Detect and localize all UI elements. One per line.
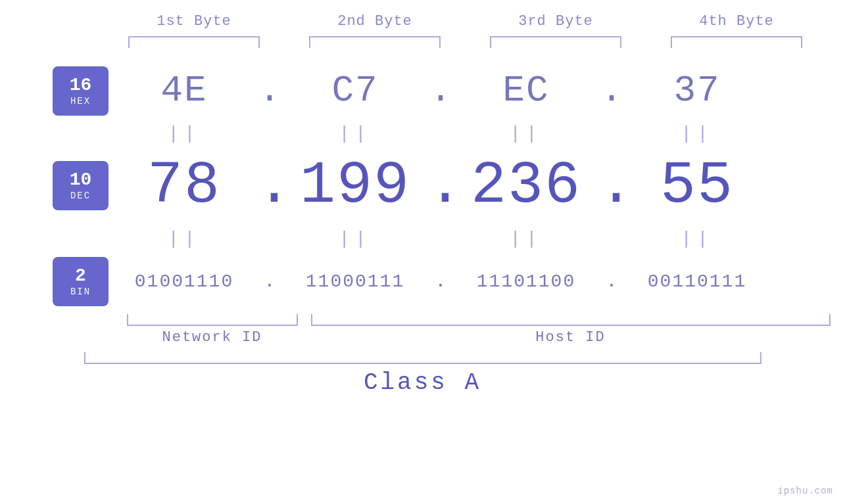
class-a-bracket [84,352,761,364]
id-labels: Network ID Host ID [127,329,831,346]
hex-byte-2: C7 [283,70,427,112]
hex-values-row: 4E . C7 . EC . 37 [112,70,845,112]
watermark: ipshu.com [777,486,833,496]
hex-dot-3: . [598,70,625,112]
class-a-label: Class A [364,369,481,396]
bin-row-wrapper: 2 BIN 01001110 . 11000111 . 11101100 . 0… [0,252,845,311]
bin-byte-1: 01001110 [112,271,256,292]
hex-badge-box: 16 HEX [53,66,109,116]
equals-2-b4: || [625,229,769,249]
equals-1-b3: || [454,124,598,144]
dec-row-wrapper: 10 DEC 78 . 199 . 236 . 55 [0,147,845,225]
equals-1-b1: || [112,124,256,144]
equals-2-b1: || [112,229,256,249]
dec-badge-box: 10 DEC [53,161,109,210]
host-id-label: Host ID [311,329,831,346]
bin-byte-2: 11000111 [283,271,427,292]
top-brackets [104,36,827,48]
dec-byte-3: 236 [454,152,598,219]
byte-label-4: 4th Byte [664,13,809,30]
bracket-top-2 [309,36,441,48]
class-a-section: Class A [0,352,845,396]
dec-dot-1: . [256,152,283,219]
equals-1-b2: || [283,124,427,144]
bin-dot-3: . [598,271,625,292]
byte-label-1: 1st Byte [122,13,266,30]
byte-label-3: 3rd Byte [483,13,628,30]
dec-badge-label: DEC [70,191,91,201]
equals-2-b2: || [283,229,427,249]
equals-2-b3: || [454,229,598,249]
bin-byte-4: 00110111 [625,271,769,292]
equals-row-2: || || || || [112,225,845,252]
hex-dot-1: . [256,70,283,112]
bin-badge-num: 2 [75,266,86,286]
bracket-top-4 [671,36,802,48]
hex-badge-label: HEX [70,96,91,106]
bracket-top-3 [490,36,621,48]
bin-badge-label: BIN [70,286,91,297]
dec-byte-1: 78 [112,152,256,219]
class-a-bracket-container [84,352,761,364]
dec-values-row: 78 . 199 . 236 . 55 [112,152,845,219]
bin-badge-box: 2 BIN [53,257,109,306]
bin-dot-2: . [427,271,454,292]
bottom-brackets [127,314,831,326]
bin-dot-1: . [256,271,283,292]
hex-dot-2: . [427,70,454,112]
byte-label-2: 2nd Byte [302,13,447,30]
main-container: 1st Byte 2nd Byte 3rd Byte 4th Byte 16 H… [0,0,845,504]
bin-values-row: 01001110 . 11000111 . 11101100 . 0011011… [112,271,845,292]
bracket-network [127,314,298,326]
dec-dot-2: . [427,152,454,219]
bracket-host [311,314,831,326]
hex-byte-1: 4E [112,70,256,112]
equals-1-b4: || [625,124,769,144]
bin-byte-3: 11101100 [454,271,598,292]
dec-byte-2: 199 [283,152,427,219]
hex-byte-3: EC [454,70,598,112]
network-id-label: Network ID [127,329,298,346]
hex-row-wrapper: 16 HEX 4E . C7 . EC . 37 [0,61,845,120]
hex-byte-4: 37 [625,70,769,112]
bracket-top-1 [128,36,260,48]
dec-byte-4: 55 [625,152,769,219]
equals-row-1: || || || || [112,120,845,147]
dec-badge-num: 10 [70,170,92,191]
byte-labels-row: 1st Byte 2nd Byte 3rd Byte 4th Byte [104,13,827,30]
dec-dot-3: . [598,152,625,219]
hex-badge-num: 16 [70,76,92,96]
